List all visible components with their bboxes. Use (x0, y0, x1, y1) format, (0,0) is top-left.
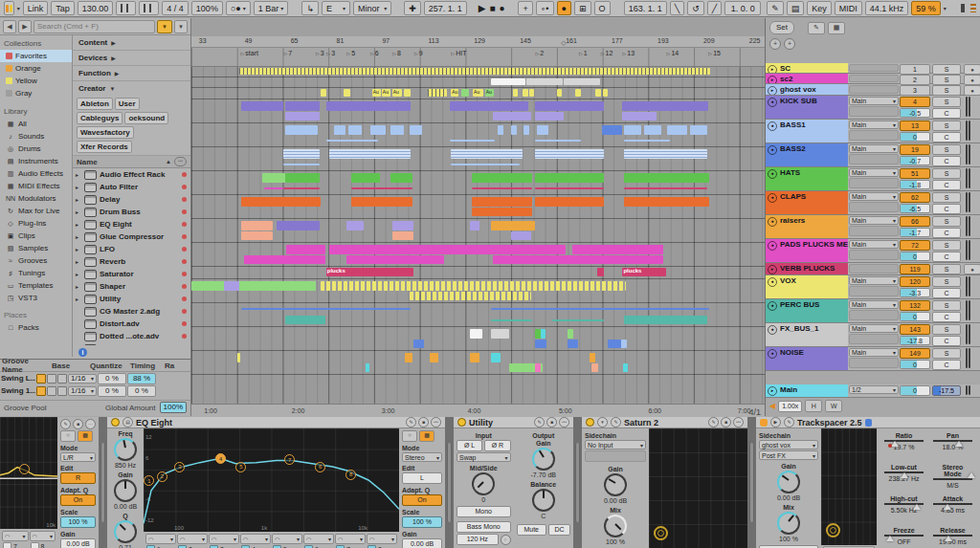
save-preset-icon[interactable]: ■ (546, 417, 557, 427)
hot-swap-icon[interactable]: ✎ (534, 417, 545, 427)
clip[interactable] (491, 353, 501, 362)
device-divider[interactable] (749, 443, 754, 521)
clip[interactable] (491, 221, 535, 230)
track-activator-button[interactable]: 132 (900, 300, 930, 311)
solo-button[interactable]: S (932, 216, 961, 227)
clip[interactable] (624, 197, 709, 207)
gain-knob[interactable] (532, 448, 555, 471)
filter-type-selector[interactable]: ◠▾ (2, 531, 29, 541)
clip[interactable] (624, 125, 641, 135)
track-activator-button[interactable]: 66 (900, 216, 930, 227)
track-fold-icon[interactable]: ● (768, 98, 777, 107)
track-fold-icon[interactable]: ● (768, 301, 777, 311)
clip[interactable] (535, 340, 546, 348)
browser-item[interactable]: Dotted ...ote.adv (73, 330, 190, 342)
ts-param-attack[interactable]: Attack4.85 ms (933, 495, 972, 523)
output-routing-selector[interactable]: Main▾ (849, 144, 899, 153)
track-header-sc2[interactable]: ▸sc22S● (766, 74, 980, 84)
zoom-amount-field[interactable]: 1.00x (778, 401, 802, 412)
locator-flag[interactable]: ▷HIT (451, 50, 466, 56)
locator-flag[interactable]: ▷3 (326, 50, 335, 56)
locator-flag[interactable]: ▷8 (392, 50, 401, 56)
clip[interactable] (491, 308, 709, 310)
clip[interactable] (526, 78, 563, 85)
brand-caret-icon[interactable]: ▾ (17, 5, 20, 11)
creator-tag-xfer-records[interactable]: Xfer Records (77, 141, 132, 153)
track-name[interactable]: ▸VERB PLUCKS (766, 263, 848, 274)
groove-sync-icon[interactable] (57, 386, 67, 396)
track-fold-icon[interactable]: ▸ (768, 386, 777, 396)
clip[interactable] (591, 363, 598, 372)
loop-button[interactable]: ↺ (687, 1, 704, 15)
clip[interactable] (285, 112, 320, 121)
browser-name-header[interactable]: Name ▲ ⋯ (73, 156, 190, 168)
pan-slider[interactable]: 0 (900, 360, 930, 369)
track-lane[interactable] (191, 267, 765, 279)
track-name[interactable]: ●raisers (766, 215, 848, 238)
output-routing-selector[interactable]: Main▾ (849, 216, 899, 225)
clip[interactable] (470, 329, 482, 339)
track-name[interactable]: ●PADS PLUCKS MEL (766, 239, 848, 262)
solo-button[interactable]: S (932, 144, 961, 155)
clip[interactable]: plucks (326, 268, 414, 276)
sidebar-item-grooves[interactable]: ≈Grooves (0, 254, 72, 267)
track-name[interactable]: ●FX_BUS_1 (766, 323, 848, 346)
filter-type-selector[interactable]: ◠▾ (367, 534, 397, 544)
device-on-icon[interactable] (586, 418, 594, 427)
param-slider-thumb[interactable] (944, 504, 951, 510)
track-name[interactable]: ▸Main (766, 384, 848, 397)
track-activator-button[interactable]: 51 (900, 168, 930, 179)
edit-channel-button[interactable]: L (402, 472, 442, 484)
arrangement-clip-area[interactable]: AuAuAuAuAuAuplucksplucks (191, 67, 765, 404)
filter-group-content[interactable]: Content▶ (73, 35, 190, 51)
tempo-field[interactable]: 130.00 (78, 1, 114, 15)
track-fold-icon[interactable]: ● (768, 349, 777, 359)
clip[interactable] (552, 319, 604, 321)
clip[interactable] (535, 140, 581, 142)
creator-tag-user[interactable]: User (115, 98, 140, 110)
track-activator-button[interactable]: 143 (900, 324, 930, 335)
clip[interactable] (404, 89, 411, 97)
clip[interactable] (622, 112, 657, 121)
param-slider-thumb[interactable] (913, 504, 921, 510)
expand-arrow-icon[interactable]: ▸ (76, 208, 81, 215)
solo-button[interactable]: S (932, 300, 961, 311)
track-name[interactable]: ●HATS (766, 167, 848, 190)
track-lane[interactable] (191, 77, 765, 88)
sidebar-item-clips[interactable]: ▣Clips (0, 230, 72, 242)
track-activator-button[interactable]: 149 (900, 348, 930, 359)
ts-param-pan[interactable]: Pan18.0 % (933, 432, 972, 460)
global-amount-field[interactable]: 100% (160, 402, 187, 413)
pan-slider[interactable]: 0 (900, 252, 930, 261)
solo-button[interactable]: S (932, 168, 961, 179)
track-name[interactable]: ▸sc2 (766, 74, 848, 83)
browser-item[interactable]: ▸Glue Compressor (73, 230, 190, 243)
locator-flag[interactable]: ▷14 (667, 50, 679, 56)
crossfade-button[interactable]: C (932, 252, 961, 262)
mode-selector[interactable]: L/R▾ (60, 452, 96, 462)
more-options-icon[interactable]: ⋯ (733, 417, 744, 427)
expand-arrow-icon[interactable]: ▸ (76, 258, 81, 265)
clip[interactable] (351, 187, 412, 189)
filter-type-selector[interactable]: ◠▾ (335, 534, 366, 544)
locator-flag[interactable]: ▷12 (601, 50, 613, 56)
clip[interactable] (450, 101, 528, 111)
clip[interactable] (239, 68, 710, 75)
eq-band-node[interactable]: 8 (345, 470, 356, 480)
capture-midi-button[interactable]: O (594, 1, 611, 15)
channel-mode-selector[interactable]: Swap▾ (457, 452, 511, 462)
clip[interactable] (493, 112, 531, 121)
sidechain-source-selector[interactable]: ghost vox▾ (759, 440, 818, 449)
favorite-dot-icon[interactable] (182, 309, 187, 314)
filter-group-function[interactable]: Function▶ (73, 66, 190, 81)
clip[interactable]: Au (451, 89, 457, 97)
favorite-dot-icon[interactable] (182, 259, 187, 264)
locator-flag[interactable]: ▷3 (316, 50, 324, 56)
clip[interactable] (667, 125, 687, 135)
eq-band-node[interactable] (19, 464, 30, 474)
expand-arrow-icon[interactable]: ▸ (76, 271, 81, 277)
hot-swap-icon[interactable]: ✎ (406, 417, 416, 427)
clip[interactable] (535, 197, 604, 207)
search-input[interactable] (33, 20, 155, 33)
loop-start-field[interactable]: 163. 1. 1 (624, 1, 667, 15)
